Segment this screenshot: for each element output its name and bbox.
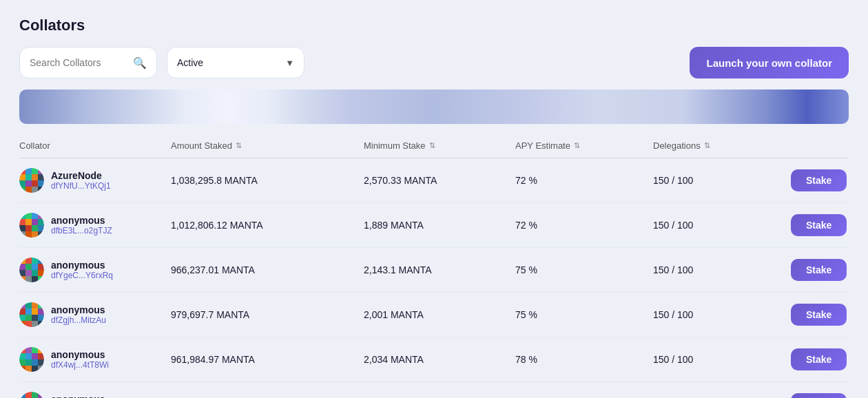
collator-info: anonymous dfX4wj...4tT8Wi bbox=[51, 349, 109, 370]
svg-rect-38 bbox=[19, 264, 25, 270]
svg-rect-41 bbox=[38, 264, 44, 270]
svg-rect-75 bbox=[38, 353, 44, 359]
stake-button[interactable]: Stake bbox=[791, 393, 847, 398]
table-header: Collator Amount Staked ⇅ Minimum Stake ⇅… bbox=[19, 135, 849, 158]
sort-icon-amount: ⇅ bbox=[236, 141, 242, 150]
svg-rect-10 bbox=[32, 180, 38, 187]
col-apy[interactable]: APY Estimate ⇅ bbox=[515, 140, 653, 151]
svg-rect-30 bbox=[25, 231, 32, 238]
svg-rect-48 bbox=[32, 276, 38, 282]
avatar bbox=[19, 347, 44, 372]
svg-rect-69 bbox=[25, 347, 32, 353]
stake-button[interactable]: Stake bbox=[791, 259, 847, 281]
svg-rect-87 bbox=[32, 392, 38, 398]
table-row: anonymous dfbE3L...o2gTJZ 1,012,806.12 M… bbox=[19, 203, 849, 248]
filter-dropdown[interactable]: Active Inactive All ▼ bbox=[167, 47, 304, 78]
svg-rect-7 bbox=[38, 174, 44, 180]
svg-rect-42 bbox=[19, 270, 25, 276]
svg-rect-26 bbox=[25, 225, 32, 231]
collator-cell: anonymous dfYgeC...Y6rxRq bbox=[19, 258, 171, 282]
svg-rect-27 bbox=[32, 225, 38, 231]
svg-rect-20 bbox=[38, 213, 44, 219]
svg-rect-74 bbox=[32, 353, 38, 359]
svg-rect-58 bbox=[38, 308, 44, 315]
svg-rect-65 bbox=[32, 321, 38, 327]
stake-button[interactable]: Stake bbox=[791, 169, 847, 191]
delegations-value: 150 / 100 bbox=[653, 309, 791, 320]
col-collator: Collator bbox=[19, 140, 171, 151]
filter-select-input[interactable]: Active Inactive All bbox=[177, 57, 280, 68]
svg-rect-56 bbox=[25, 308, 32, 315]
svg-rect-46 bbox=[19, 276, 25, 282]
svg-rect-62 bbox=[38, 315, 44, 321]
stake-button[interactable]: Stake bbox=[791, 214, 847, 236]
svg-rect-79 bbox=[38, 359, 44, 366]
svg-rect-2 bbox=[32, 168, 38, 174]
search-box: 🔍 bbox=[19, 47, 157, 78]
amount-staked-value: 979,697.7 MANTA bbox=[171, 309, 364, 320]
svg-rect-66 bbox=[38, 321, 44, 327]
svg-rect-83 bbox=[38, 366, 44, 372]
svg-rect-72 bbox=[19, 353, 25, 359]
col-amount-staked[interactable]: Amount Staked ⇅ bbox=[171, 140, 364, 151]
svg-rect-13 bbox=[25, 187, 32, 193]
collator-address: dfX4wj...4tT8Wi bbox=[51, 360, 109, 370]
svg-rect-15 bbox=[38, 187, 44, 193]
apy-value: 72 % bbox=[515, 220, 653, 231]
launch-collator-button[interactable]: Launch your own collator bbox=[690, 47, 849, 78]
collator-name: anonymous bbox=[51, 304, 106, 315]
delegations-value: 150 / 100 bbox=[653, 354, 791, 365]
svg-rect-76 bbox=[19, 359, 25, 366]
collator-address: dfYNfU...YtKQj1 bbox=[51, 181, 111, 191]
search-input[interactable] bbox=[30, 57, 127, 68]
collator-address: dfbE3L...o2gTJZ bbox=[51, 226, 112, 235]
svg-rect-49 bbox=[38, 276, 44, 282]
svg-rect-53 bbox=[32, 302, 38, 308]
amount-staked-value: 966,237.01 MANTA bbox=[171, 264, 364, 275]
collator-address: dfYgeC...Y6rxRq bbox=[51, 271, 113, 280]
svg-rect-54 bbox=[38, 302, 44, 308]
svg-rect-85 bbox=[19, 392, 25, 398]
col-delegations-label: Delegations bbox=[653, 140, 701, 151]
svg-rect-44 bbox=[32, 270, 38, 276]
table-body: AzureNode dfYNfU...YtKQj1 1,038,295.8 MA… bbox=[19, 158, 849, 398]
svg-rect-32 bbox=[38, 231, 44, 238]
min-stake-value: 2,570.33 MANTA bbox=[364, 175, 515, 186]
stake-cell: Stake bbox=[791, 393, 854, 398]
svg-rect-86 bbox=[25, 392, 32, 398]
svg-rect-71 bbox=[38, 347, 44, 353]
collator-name: anonymous bbox=[51, 349, 109, 360]
avatar bbox=[19, 302, 44, 327]
stake-button[interactable]: Stake bbox=[791, 304, 847, 326]
banner-strip bbox=[19, 90, 849, 124]
col-delegations[interactable]: Delegations ⇅ bbox=[653, 140, 791, 151]
svg-rect-55 bbox=[19, 308, 25, 315]
chevron-down-icon: ▼ bbox=[285, 58, 294, 68]
delegations-value: 150 / 100 bbox=[653, 220, 791, 231]
apy-value: 72 % bbox=[515, 175, 653, 186]
svg-rect-39 bbox=[25, 264, 32, 270]
svg-rect-28 bbox=[38, 225, 44, 231]
svg-rect-73 bbox=[25, 353, 32, 359]
collator-name: anonymous bbox=[51, 394, 107, 398]
svg-rect-61 bbox=[32, 315, 38, 321]
svg-rect-43 bbox=[25, 270, 32, 276]
collator-cell: anonymous dfZgjh...MitzAu bbox=[19, 302, 171, 327]
collator-name: anonymous bbox=[51, 215, 112, 226]
collator-name: AzureNode bbox=[51, 170, 111, 181]
stake-cell: Stake bbox=[791, 348, 854, 370]
col-min-stake[interactable]: Minimum Stake ⇅ bbox=[364, 140, 515, 151]
delegations-value: 150 / 100 bbox=[653, 175, 791, 186]
collator-info: anonymous dfbE3L...o2gTJZ bbox=[51, 215, 112, 235]
min-stake-value: 2,001 MANTA bbox=[364, 309, 515, 320]
stake-cell: Stake bbox=[791, 214, 854, 236]
svg-rect-14 bbox=[32, 187, 38, 193]
sort-icon-apy: ⇅ bbox=[574, 141, 580, 150]
apy-value: 75 % bbox=[515, 264, 653, 275]
stake-cell: Stake bbox=[791, 259, 854, 281]
svg-rect-21 bbox=[19, 219, 25, 225]
svg-rect-88 bbox=[38, 392, 44, 398]
stake-button[interactable]: Stake bbox=[791, 348, 847, 370]
amount-staked-value: 961,984.97 MANTA bbox=[171, 354, 364, 365]
svg-rect-68 bbox=[19, 347, 25, 353]
